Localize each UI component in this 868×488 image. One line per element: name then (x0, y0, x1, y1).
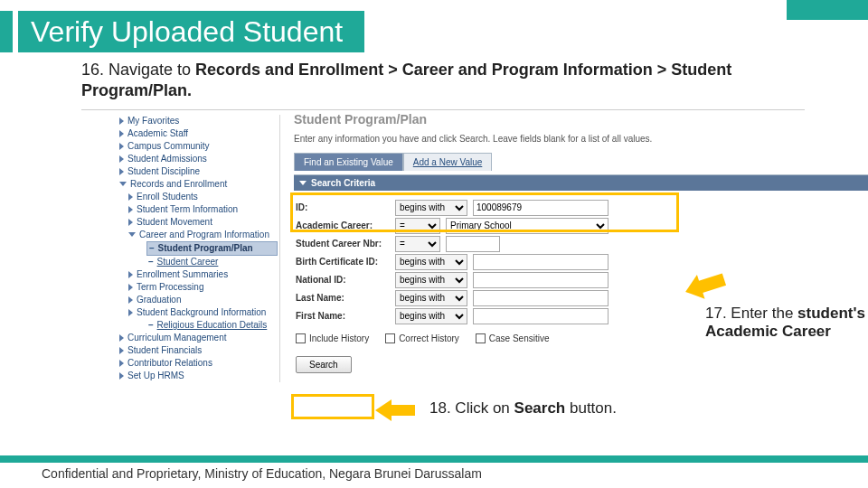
nav-student-term-info[interactable]: Student Term Information (127, 203, 278, 216)
dash-icon: – (149, 243, 155, 253)
case-sensitive-check[interactable]: Case Sensitive (476, 333, 550, 343)
ac-operator[interactable]: = (395, 218, 440, 234)
bc-operator[interactable]: begins with (395, 254, 467, 270)
nav-enrollment-summaries[interactable]: Enrollment Summaries (127, 268, 278, 281)
nav-contributor-relations[interactable]: Contributor Relations (118, 357, 278, 370)
nav-curriculum-management[interactable]: Curriculum Management (118, 332, 278, 344)
triangle-icon (128, 271, 133, 278)
row-academic-career: Academic Career: = Primary School (296, 218, 866, 234)
nid-label: National ID: (296, 275, 395, 285)
text-bold: student's ID (797, 305, 868, 322)
bc-input[interactable] (473, 254, 609, 270)
include-history-check[interactable]: Include History (296, 333, 369, 343)
nid-operator[interactable]: begins with (395, 272, 467, 288)
step-16-prefix: 16. Navigate to (81, 61, 195, 79)
check-label: Case Sensitive (489, 333, 550, 343)
nav-label: Career and Program Information (139, 230, 269, 239)
ac-label: Academic Career: (296, 221, 395, 230)
nav-student-financials[interactable]: Student Financials (118, 344, 278, 357)
highlight-box-search (291, 394, 374, 419)
nav-term-processing[interactable]: Term Processing (127, 281, 278, 294)
search-button[interactable]: Search (296, 356, 352, 373)
page-title: Student Program/Plan (294, 110, 868, 130)
nav-academic-staff[interactable]: Academic Staff (118, 127, 278, 140)
nav-label: Enrollment Summaries (137, 269, 228, 279)
check-label: Include History (309, 333, 369, 343)
nav-graduation[interactable]: Graduation (127, 294, 278, 306)
triangle-icon (128, 309, 133, 316)
nav-student-program-plan[interactable]: –Student Program/Plan (146, 241, 278, 256)
fn-label: First Name: (296, 311, 395, 321)
scn-operator[interactable]: = (395, 236, 440, 252)
triangle-icon (119, 117, 124, 125)
title-container: Verify Uploaded Student (0, 11, 868, 52)
id-label: ID: (296, 202, 395, 212)
accent-top (787, 0, 868, 20)
checkbox-icon (476, 333, 486, 343)
nav-student-discipline[interactable]: Student Discipline (118, 165, 278, 178)
id-operator[interactable]: begins with (395, 200, 467, 216)
nav-setup-hrms[interactable]: Set Up HRMS (118, 370, 278, 382)
row-birth-certificate: Birth Certificate ID: begins with (296, 254, 866, 270)
triangle-down-icon (119, 182, 127, 186)
nav-career-program-info[interactable]: Career and Program Information (127, 229, 278, 241)
nav-label: Curriculum Management (127, 333, 227, 343)
nav-label: Religious Education Details (157, 320, 268, 330)
nav-label: Student Discipline (127, 166, 200, 176)
triangle-icon (119, 334, 124, 342)
nav-student-admissions[interactable]: Student Admissions (118, 153, 278, 165)
search-criteria-body: ID: begins with Academic Career: = Prima… (294, 191, 868, 379)
fn-input[interactable] (473, 308, 609, 324)
arrow-head-icon (375, 399, 392, 421)
ln-input[interactable] (473, 290, 609, 306)
instruction-text: Enter any information you have and click… (294, 134, 868, 144)
row-student-career-nbr: Student Career Nbr: = (296, 236, 866, 252)
tab-strip: Find an Existing Value Add a New Value (294, 153, 868, 171)
fn-operator[interactable]: begins with (395, 308, 467, 324)
nav-campus-community[interactable]: Campus Community (118, 140, 278, 153)
triangle-icon (119, 168, 124, 175)
search-criteria-header[interactable]: Search Criteria (294, 175, 868, 191)
footer: Confidential and Proprietary, Ministry o… (0, 455, 868, 481)
triangle-icon (119, 360, 124, 367)
ac-value[interactable]: Primary School (446, 218, 609, 234)
nav-my-favorites[interactable]: My Favorites (118, 115, 278, 127)
check-label: Correct History (399, 333, 459, 343)
nav-label: Student Background Information (137, 307, 266, 317)
nav-label: Graduation (137, 295, 181, 305)
arrow-body (392, 405, 415, 416)
scn-input[interactable] (446, 236, 500, 252)
nav-label: Student Movement (137, 217, 212, 227)
slide-title: Verify Uploaded Student (18, 11, 364, 52)
chevron-down-icon (299, 181, 307, 185)
nav-student-career[interactable]: –Student Career (146, 256, 278, 268)
nav-records-enrollment[interactable]: Records and Enrollment (118, 178, 278, 191)
nav-religious-education[interactable]: –Religious Education Details (146, 319, 278, 332)
triangle-icon (119, 155, 124, 163)
triangle-icon (119, 143, 124, 150)
nid-input[interactable] (473, 272, 609, 288)
triangle-icon (119, 347, 124, 354)
nav-label: Term Processing (137, 282, 203, 292)
footer-accent (0, 455, 868, 463)
triangle-icon (119, 130, 124, 137)
step-18-callout: 18. Click on Search button. (429, 399, 617, 418)
checkbox-icon (385, 333, 395, 343)
correct-history-check[interactable]: Correct History (385, 333, 459, 343)
tab-add-new[interactable]: Add a New Value (403, 153, 493, 171)
checkbox-icon (296, 333, 306, 343)
nav-enroll-students[interactable]: Enroll Students (127, 191, 278, 203)
triangle-icon (128, 284, 133, 291)
nav-label: Contributor Relations (127, 358, 212, 368)
nav-label: Set Up HRMS (127, 371, 184, 380)
dash-icon: – (148, 257, 154, 267)
triangle-icon (128, 193, 133, 201)
tab-find-existing[interactable]: Find an Existing Value (294, 153, 403, 171)
nav-student-movement[interactable]: Student Movement (127, 216, 278, 229)
nav-label: Enroll Students (137, 192, 198, 202)
ln-operator[interactable]: begins with (395, 290, 467, 306)
triangle-icon (128, 219, 133, 226)
ln-label: Last Name: (296, 293, 395, 303)
id-input[interactable] (473, 200, 609, 216)
nav-student-background[interactable]: Student Background Information (127, 306, 278, 319)
